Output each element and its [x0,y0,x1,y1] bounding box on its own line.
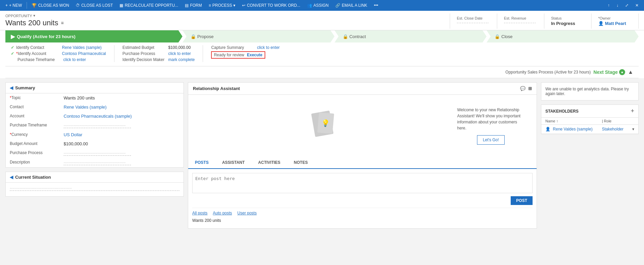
assign-icon: 👥 [307,3,312,8]
summary-toggle-icon: ◀ [10,85,13,90]
tab-assistant[interactable]: ASSISTANT [215,157,251,169]
ready-for-review-label: Ready for review [214,53,244,57]
ra-text-area: Welcome to your new Relationship Assista… [457,107,524,145]
current-situation-toggle: ◀ [10,175,13,180]
est-revenue-field: Est. Revenue ··················· [497,13,544,29]
ra-title: Relationship Assistant [193,86,240,91]
stakeholders-header: STAKEHOLDERS + [541,105,638,118]
owner-icon: 👤 [598,21,604,26]
assign-button[interactable]: 👥 ASSIGN [304,2,331,9]
filter-auto-posts[interactable]: Auto posts [213,211,232,215]
identify-decision-link[interactable]: mark complete [168,57,195,62]
ready-for-review-box: Ready for review Execute [211,51,265,59]
summary-section: ◀ Summary *Topic Wants 200 units Contact… [5,82,184,168]
post-button[interactable]: POST [511,196,533,205]
stakeholder-name-link[interactable]: Rene Valdes (sample) [553,127,592,131]
move-down-button[interactable]: ↓ [614,2,621,9]
expand-button[interactable]: ⤢ [622,2,631,9]
ra-grid-icon[interactable]: ⊞ [528,86,532,91]
post-item: Wants 200 units [192,217,533,224]
next-stage-button[interactable]: Next Stage ● [594,69,625,75]
tab-activities[interactable]: ACTIVITIES [251,157,287,169]
title-menu-icon[interactable]: ≡ [61,20,64,26]
current-situation-content[interactable]: ········································… [6,183,183,196]
convert-button[interactable]: ↩ CONVERT TO WORK ORD... [239,2,303,9]
stakeholder-role-link[interactable]: Stakeholder [602,127,623,131]
bp-ready-for-review-row: Ready for review Execute [211,51,279,59]
identify-contact-link[interactable]: Rene Valdes (sample) [62,45,102,50]
bp-col-2: Estimated Budget $100,000.00 Purchase Pr… [123,45,203,62]
purchase-timeframe-form-row: Purchase Timeframe ·····················… [6,121,183,130]
stakeholder-dropdown-icon[interactable]: ▾ [632,127,634,131]
close-as-won-button[interactable]: 🏆 CLOSE AS WON [29,2,72,9]
post-filters: All posts Auto posts User posts [192,208,533,217]
collapse-bp-button[interactable]: ▲ [628,69,633,75]
description-row: Description ····························… [6,158,183,167]
stakeholders-header-row: Name ↑ | Role [541,118,638,125]
tab-notes[interactable]: NOTES [287,157,314,169]
sh-col-name[interactable]: Name ↑ [541,118,598,125]
right-panel: We are unable to get analytics data. Ple… [541,82,639,233]
next-stage-row: Opportunity Sales Process (Active for 23… [5,66,639,78]
close-button[interactable]: ✕ [633,2,641,9]
execute-button[interactable]: Execute [247,53,262,57]
trophy-icon: 🏆 [32,3,37,8]
current-situation-label: Current Situation [15,175,51,180]
post-actions: POST [192,194,533,205]
ra-header-icons: 💬 ⊞ [520,86,532,91]
bp-identify-account-row: ✓ *Identify Account Contoso Pharmaceutic… [11,51,106,56]
record-header: OPPORTUNITY ▾ Wants 200 units ≡ Est. Clo… [0,11,644,30]
bp-identify-decision-row: Identify Decision Maker mark complete [123,57,195,62]
purchase-process-link[interactable]: click to enter [168,51,191,56]
filter-all-posts[interactable]: All posts [192,211,207,215]
bp-purchase-timeframe-row: Purchase Timeframe click to enter [11,57,106,62]
contract-lock-icon: 🔒 [343,34,348,39]
ra-welcome-text: Welcome to your new Relationship Assista… [457,107,524,131]
summary-section-header[interactable]: ◀ Summary [6,83,183,93]
purchase-timeframe-link[interactable]: click to enter [63,57,86,62]
email-link-button[interactable]: 🔗 EMAIL A LINK [333,2,370,9]
move-up-button[interactable]: ↑ [605,2,612,9]
summary-form: *Topic Wants 200 units Contact Rene Vald… [6,93,183,167]
entity-dropdown-icon: ▾ [33,13,35,18]
form-icon: ▤ [185,3,189,8]
stage-propose[interactable]: 🔒 Propose [182,30,335,42]
contact-row: Contact Rene Valdes (sample) [6,102,183,112]
purchase-process-form-row: Purchase Process ·······················… [6,148,183,158]
account-row: Account Contoso Pharmaceuticals (sample) [6,112,183,121]
post-input[interactable] [192,173,533,193]
est-close-date-field: Est. Close Date ··················· [450,13,497,29]
capture-summary-link[interactable]: click to enter [257,45,279,50]
topic-row: *Topic Wants 200 units [6,93,183,102]
process-label: Opportunity Sales Process (Active for 23… [505,70,590,75]
tab-posts[interactable]: POSTS [188,157,215,169]
process-button[interactable]: ≡ PROCESS ▾ [206,2,238,9]
summary-label: Summary [15,85,35,90]
stage-contract[interactable]: 🔒 Contract [335,30,487,42]
stage-active-arrow: ▶ [11,33,15,40]
lets-go-button[interactable]: Let's Go! [477,135,505,145]
form-button[interactable]: ▤ FORM [182,2,204,9]
close-as-lost-button[interactable]: ⏱ CLOSE AS LOST [73,2,115,9]
relationship-assistant-section: Relationship Assistant 💬 ⊞ 💡 Welcome to … [188,82,537,229]
filter-user-posts[interactable]: User posts [237,211,257,215]
close-lock-icon: 🔒 [495,34,500,39]
ra-chat-icon[interactable]: 💬 [520,86,526,91]
new-button[interactable]: + + NEW [3,2,25,9]
stage-container: ▶ Qualify (Active for 23 hours) 🔒 Propos… [0,30,644,78]
bp-fields: ✓ Identify Contact Rene Valdes (sample) … [5,42,639,66]
stage-qualify[interactable]: ▶ Qualify (Active for 23 hours) [5,30,182,42]
identify-account-link[interactable]: Contoso Pharmaceutical [62,51,106,56]
check-icon-1: ✓ [11,45,14,50]
posts-tabs: POSTS ASSISTANT ACTIVITIES NOTES [188,157,537,169]
current-situation-header[interactable]: ◀ Current Situation [6,172,183,183]
process-dropdown-icon: ▾ [233,3,235,8]
new-icon: + [5,3,8,8]
stage-close[interactable]: 🔒 Close [486,30,639,42]
recalculate-button[interactable]: ▦ RECALCULATE OPPORTU... [117,2,181,9]
stakeholders-section: STAKEHOLDERS + Name ↑ | Role 👤 Rene Val [541,105,639,134]
more-button[interactable]: ••• [371,2,381,9]
add-stakeholder-button[interactable]: + [631,108,634,115]
ra-header: Relationship Assistant 💬 ⊞ [188,83,537,95]
entity-type[interactable]: OPPORTUNITY ▾ [5,13,450,18]
